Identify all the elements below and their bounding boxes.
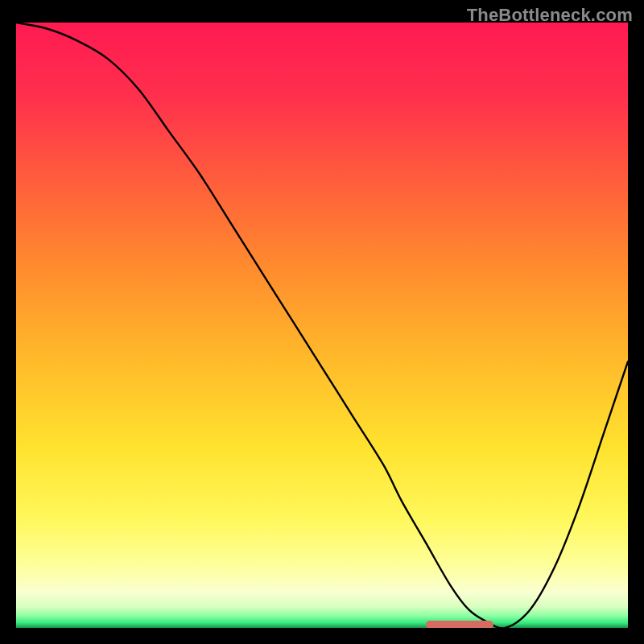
curve-layer — [16, 23, 628, 628]
chart-frame: TheBottleneck.com — [0, 0, 644, 644]
bottleneck-curve — [16, 23, 628, 628]
watermark-label: TheBottleneck.com — [467, 5, 633, 26]
plot-area — [16, 23, 628, 628]
optimum-marker — [426, 621, 493, 628]
